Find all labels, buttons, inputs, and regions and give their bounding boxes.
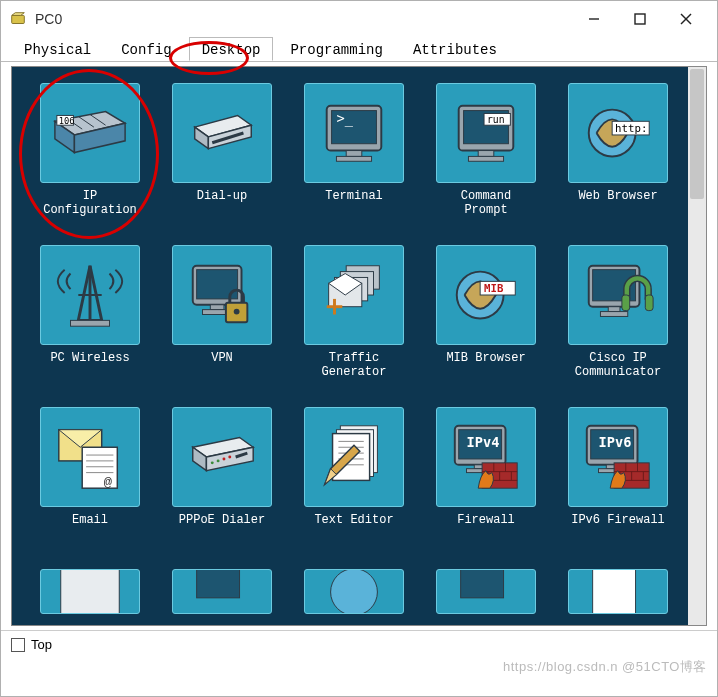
app-label: Text Editor: [314, 513, 393, 541]
svg-rect-35: [71, 320, 110, 326]
app-icon: [9, 10, 27, 28]
window-title: PC0: [35, 11, 571, 27]
svg-rect-3: [635, 14, 645, 24]
app-command-prompt[interactable]: run CommandPrompt: [426, 83, 546, 217]
app-label: Traffic Generator: [294, 351, 414, 379]
svg-text:run: run: [487, 114, 505, 125]
app-label: PPPoE Dialer: [179, 513, 265, 541]
app-web-browser[interactable]: http: Web Browser: [558, 83, 678, 217]
watermark: https://blog.csdn.n @51CTO博客: [503, 658, 707, 676]
svg-text:IPv6: IPv6: [599, 434, 632, 450]
app-ip-configuration[interactable]: 106 IPConfiguration: [30, 83, 150, 217]
ipcomm-icon: [568, 245, 668, 345]
tab-programming[interactable]: Programming: [277, 37, 395, 61]
app-email[interactable]: @ Email: [30, 407, 150, 541]
app-tile-partial[interactable]: [426, 569, 546, 620]
wireless-icon: [40, 245, 140, 345]
app-label: VPN: [211, 351, 233, 379]
app-label: Email: [72, 513, 108, 541]
app-label: Cisco IPCommunicator: [575, 351, 661, 379]
svg-rect-56: [622, 295, 630, 311]
svg-rect-38: [210, 305, 224, 310]
partial-icon: [436, 569, 536, 614]
browser-icon: http:: [568, 83, 668, 183]
vpn-icon: [172, 245, 272, 345]
dialup-icon: [172, 83, 272, 183]
svg-text:http:: http:: [615, 122, 647, 135]
mib-icon: MIB: [436, 245, 536, 345]
cmd-icon: run: [436, 83, 536, 183]
maximize-button[interactable]: [617, 3, 663, 35]
svg-rect-0: [12, 15, 25, 23]
svg-rect-113: [461, 569, 504, 597]
window-controls: [571, 3, 709, 35]
app-traffic-generator[interactable]: Traffic Generator: [294, 245, 414, 379]
app-dial-up[interactable]: Dial-up: [162, 83, 282, 217]
svg-point-71: [222, 457, 225, 460]
app-cisco-ip-communicator[interactable]: Cisco IPCommunicator: [558, 245, 678, 379]
tab-desktop[interactable]: Desktop: [189, 37, 274, 61]
title-bar: PC0: [1, 1, 717, 37]
bottom-bar: Top: [1, 630, 717, 658]
app-tile-partial[interactable]: [558, 569, 678, 620]
app-firewall[interactable]: IPv4: [426, 407, 546, 541]
svg-point-70: [217, 459, 220, 462]
app-ipv6-firewall[interactable]: IPv6: [558, 407, 678, 541]
desktop-scroll-area: 106 IPConfiguration Dial-up: [16, 71, 702, 621]
app-grid: 106 IPConfiguration Dial-up: [16, 71, 702, 621]
tab-attributes[interactable]: Attributes: [400, 37, 510, 61]
partial-icon: [304, 569, 404, 614]
minimize-button[interactable]: [571, 3, 617, 35]
partial-icon: [568, 569, 668, 614]
firewall6-icon: IPv6: [568, 407, 668, 507]
maximize-icon: [634, 13, 646, 25]
minimize-icon: [588, 13, 600, 25]
top-label: Top: [31, 637, 52, 652]
app-tile-partial[interactable]: [294, 569, 414, 620]
firewall4-icon: IPv4: [436, 407, 536, 507]
app-tile-partial[interactable]: [162, 569, 282, 620]
app-vpn[interactable]: VPN: [162, 245, 282, 379]
svg-text:IPv4: IPv4: [467, 434, 500, 450]
app-label: CommandPrompt: [461, 189, 511, 217]
svg-rect-22: [336, 156, 371, 161]
svg-text:106: 106: [59, 116, 75, 126]
svg-rect-111: [197, 569, 240, 597]
tab-config[interactable]: Config: [108, 37, 184, 61]
ip-config-icon: 106: [40, 83, 140, 183]
svg-text:MIB: MIB: [484, 282, 504, 295]
close-button[interactable]: [663, 3, 709, 35]
app-text-editor[interactable]: Text Editor: [294, 407, 414, 541]
app-label: PC Wireless: [50, 351, 129, 379]
svg-rect-55: [600, 312, 627, 317]
svg-rect-27: [478, 151, 494, 157]
svg-rect-28: [468, 156, 503, 161]
app-label: Dial-up: [197, 189, 247, 217]
svg-text:>_: >_: [336, 110, 353, 127]
app-pc-wireless[interactable]: PC Wireless: [30, 245, 150, 379]
top-checkbox[interactable]: [11, 638, 25, 652]
svg-rect-21: [346, 151, 362, 157]
svg-text:@: @: [104, 475, 112, 490]
app-mib-browser[interactable]: MIB MIB Browser: [426, 245, 546, 379]
app-pppoe-dialer[interactable]: PPPoE Dialer: [162, 407, 282, 541]
tab-physical[interactable]: Physical: [11, 37, 104, 61]
app-terminal[interactable]: >_ Terminal: [294, 83, 414, 217]
scrollbar-thumb[interactable]: [690, 69, 704, 199]
app-tile-partial[interactable]: [30, 569, 150, 620]
app-label: IPConfiguration: [43, 189, 137, 217]
partial-icon: [40, 569, 140, 614]
svg-rect-60: [82, 447, 117, 488]
tab-bar: Physical Config Desktop Programming Attr…: [1, 37, 717, 62]
app-label: IPv6 Firewall: [571, 513, 665, 541]
texteditor-icon: [304, 407, 404, 507]
svg-point-41: [234, 309, 240, 315]
app-label: Web Browser: [578, 189, 657, 217]
desktop-panel: 106 IPConfiguration Dial-up: [11, 66, 707, 626]
pppoe-icon: [172, 407, 272, 507]
scrollbar[interactable]: [688, 67, 706, 625]
close-icon: [680, 13, 692, 25]
traffic-icon: [304, 245, 404, 345]
partial-icon: [172, 569, 272, 614]
svg-rect-114: [593, 569, 636, 614]
